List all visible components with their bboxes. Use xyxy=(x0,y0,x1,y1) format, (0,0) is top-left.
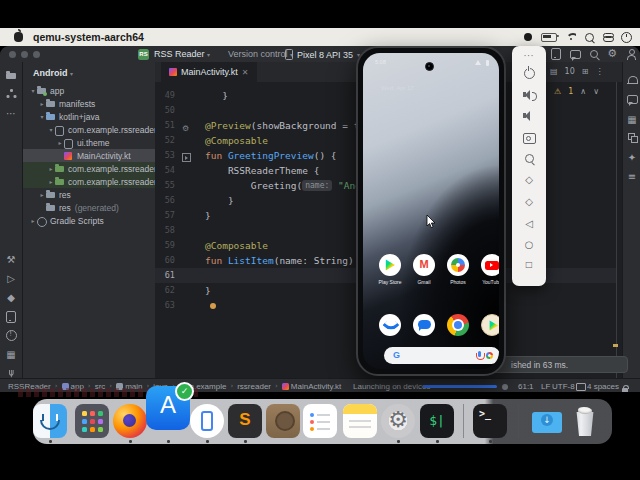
active-app-name[interactable]: qemu-system-aarch64 xyxy=(33,31,144,43)
search-everywhere-icon[interactable] xyxy=(590,50,598,58)
dock-item-android-emulator[interactable] xyxy=(190,404,224,438)
tree-chevron-icon[interactable]: ▾ xyxy=(38,113,46,120)
dock-item-trash[interactable] xyxy=(568,404,602,438)
rotate-left-icon[interactable]: ◇ xyxy=(512,174,546,185)
dock-item-brown-app[interactable] xyxy=(266,404,300,438)
dock-item-finder[interactable] xyxy=(33,404,67,438)
tree-item-gradle-scripts[interactable]: ▸Gradle Scripts xyxy=(23,214,156,227)
progress-stop-icon[interactable] xyxy=(502,384,508,390)
version-control-menu[interactable]: Version control ▾ xyxy=(228,49,293,59)
dock-item-terminal-green[interactable] xyxy=(420,404,454,438)
tab-mainactivity[interactable]: MainActivity.kt ✕ xyxy=(161,62,257,82)
system-settings-icon[interactable] xyxy=(381,404,415,438)
tree-item-kotlin-java[interactable]: ▾kotlin+java xyxy=(23,110,156,123)
breadcrumb-item[interactable]: MainActivity.kt xyxy=(282,382,342,391)
list-view-icon[interactable]: ▤ xyxy=(550,67,558,76)
wifi-icon[interactable] xyxy=(566,33,576,41)
dock-app-icon-phone[interactable] xyxy=(379,314,401,336)
inspection-widget[interactable]: ⚠ 1 ∧ ∨ xyxy=(554,87,599,96)
dock-item-reminders[interactable] xyxy=(303,404,337,438)
terminal-icon[interactable] xyxy=(473,404,507,438)
project-folder-icon[interactable] xyxy=(0,70,22,81)
dock-item-sublime-text[interactable] xyxy=(228,404,262,438)
editor-view-options[interactable]: ▤ 10 ⊞ ⋮ xyxy=(550,67,603,76)
device-explorer-icon[interactable]: ▦ xyxy=(623,114,640,125)
battery-icon[interactable] xyxy=(541,33,557,42)
dock-app-icon-google-tv[interactable] xyxy=(481,314,499,336)
profiler-icon[interactable]: ◆ xyxy=(0,292,22,303)
dock-item-firefox[interactable] xyxy=(113,404,147,438)
notes-icon[interactable] xyxy=(343,404,377,438)
tab-close-icon[interactable]: ✕ xyxy=(242,68,249,77)
line-ending[interactable]: LF xyxy=(541,382,550,391)
gemini-star-icon[interactable]: ✦ xyxy=(623,152,640,163)
readonly-pane-icon[interactable] xyxy=(576,383,586,391)
google-search-bar[interactable]: G xyxy=(384,347,499,364)
window-minimize-button[interactable] xyxy=(21,51,28,58)
control-center-icon[interactable] xyxy=(603,33,612,42)
dock-item-downloads[interactable] xyxy=(530,404,564,438)
zoom-icon[interactable] xyxy=(512,154,546,163)
running-devices-icon[interactable] xyxy=(0,311,22,325)
reminders-icon[interactable] xyxy=(303,404,337,438)
home-icon[interactable]: ○ xyxy=(512,239,546,250)
build-hammer-icon[interactable]: ⚒ xyxy=(0,254,22,265)
record-indicator-icon[interactable] xyxy=(524,33,532,41)
tree-chevron-icon[interactable]: ▸ xyxy=(56,139,64,146)
caret-position[interactable]: 61:1 xyxy=(518,382,534,391)
tree-item-manifests[interactable]: ▸manifests xyxy=(23,97,156,110)
app-store-icon[interactable]: ✓ xyxy=(146,386,190,430)
prev-warning-icon[interactable]: ∧ xyxy=(580,87,586,96)
lock-icon[interactable] xyxy=(622,388,628,392)
voice-search-icon[interactable] xyxy=(478,351,481,357)
dock-item-notes[interactable] xyxy=(343,404,377,438)
next-warning-icon[interactable]: ∨ xyxy=(593,87,599,96)
dock-app-icon-messages[interactable] xyxy=(413,314,435,336)
tree-chevron-icon[interactable]: ▾ xyxy=(47,126,55,133)
run-icon[interactable]: ▷ xyxy=(0,273,22,284)
tree-chevron-icon[interactable]: ▸ xyxy=(29,217,37,224)
tree-item-res[interactable]: res(generated) xyxy=(23,201,156,214)
dock-app-icon-chrome[interactable] xyxy=(447,314,469,336)
brown-app-icon[interactable] xyxy=(266,404,300,438)
sublime-text-icon[interactable] xyxy=(228,404,262,438)
problems-icon[interactable] xyxy=(0,330,22,343)
indent-setting[interactable]: 4 spaces xyxy=(587,382,619,391)
file-encoding[interactable]: UTF-8 xyxy=(552,382,575,391)
tree-item-mainactivity-kt[interactable]: MainActivity.kt xyxy=(23,149,156,162)
screenshot-camera-icon[interactable] xyxy=(512,133,546,144)
app-icon-gmail[interactable]: M xyxy=(413,254,435,276)
android-emulator-icon[interactable] xyxy=(190,404,224,438)
spotlight-search-icon[interactable] xyxy=(585,33,594,42)
google-lens-icon[interactable] xyxy=(486,352,493,359)
terminal-green-icon[interactable] xyxy=(420,404,454,438)
editor-scrollbar[interactable] xyxy=(616,82,617,378)
todo-lines-icon[interactable]: ≡ xyxy=(623,171,640,182)
volume-up-icon[interactable] xyxy=(512,90,546,100)
breadcrumb-item[interactable]: rssreader xyxy=(237,382,271,391)
project-view-selector[interactable]: Android ▾ xyxy=(33,68,73,78)
tree-chevron-icon[interactable]: ▸ xyxy=(38,100,46,107)
clock-icon[interactable] xyxy=(621,32,632,43)
dock-item-system-settings[interactable] xyxy=(381,404,415,438)
tree-item-res[interactable]: ▸res xyxy=(23,188,156,201)
apple-logo-icon[interactable] xyxy=(14,32,23,42)
tree-chevron-icon[interactable]: ▾ xyxy=(29,87,37,94)
structure-icon[interactable] xyxy=(0,89,22,100)
window-zoom-button[interactable] xyxy=(33,51,40,58)
project-name-menu[interactable]: RSS Reader ▾ xyxy=(154,49,210,59)
dock-item-launchpad[interactable] xyxy=(75,404,109,438)
dock-item-app-store[interactable]: ✓ xyxy=(146,386,190,430)
power-icon[interactable] xyxy=(512,68,546,79)
more-options-icon[interactable]: ⋯ xyxy=(0,108,22,119)
grid-view-icon[interactable]: ⊞ xyxy=(582,67,589,76)
copy-stack-icon[interactable] xyxy=(623,133,640,144)
rotate-right-icon[interactable]: ◇ xyxy=(512,196,546,207)
more-dots-icon[interactable]: ··· xyxy=(512,52,546,61)
feedback-chat-icon[interactable] xyxy=(570,50,581,59)
notifications-bell-icon[interactable] xyxy=(623,76,640,87)
ai-assistant-chat-icon[interactable] xyxy=(623,95,640,106)
back-icon[interactable]: ◁ xyxy=(512,218,546,229)
settings-gear-icon[interactable]: ⚙ xyxy=(607,49,617,59)
tree-item-com-example-rssreader[interactable]: ▾com.example.rssreader xyxy=(23,123,156,136)
